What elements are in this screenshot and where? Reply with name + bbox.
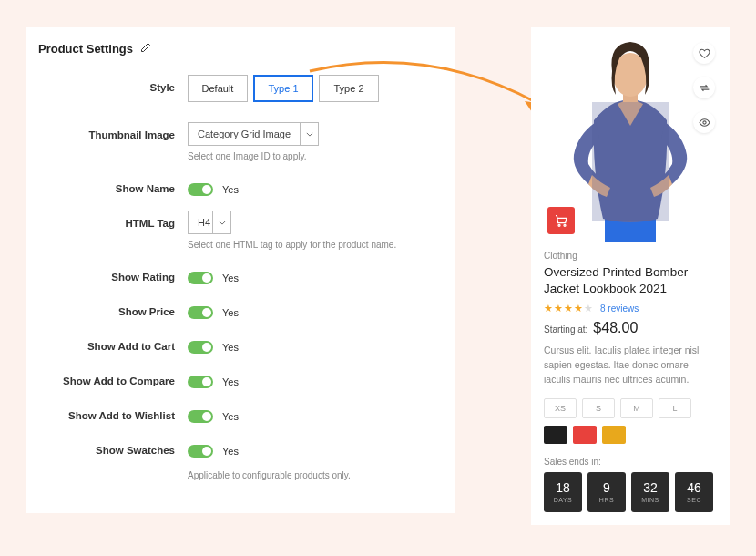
color-swatches: [544, 426, 717, 444]
svg-point-6: [564, 224, 566, 226]
style-option-type2[interactable]: Type 2: [319, 75, 379, 102]
thumbnail-label: Thumbnail Image: [38, 122, 188, 140]
rating-stars: ★ ★ ★ ★ ★: [544, 303, 593, 314]
show-compare-value: Yes: [222, 376, 239, 387]
style-button-group: Default Type 1 Type 2: [188, 75, 435, 102]
html-tag-select[interactable]: H4: [188, 211, 435, 234]
svg-point-4: [702, 120, 705, 123]
product-action-icons: [693, 42, 715, 133]
show-rating-value: Yes: [222, 273, 239, 283]
countdown-hours: 9 HRS: [587, 472, 626, 512]
product-settings-panel: Product Settings Style Default Type 1 Ty…: [26, 27, 455, 513]
star-icon: ★: [574, 303, 583, 314]
show-name-label: Show Name: [38, 176, 188, 194]
star-icon: ★: [564, 303, 573, 314]
countdown-days: 18 DAYS: [544, 472, 582, 512]
show-price-toggle[interactable]: [188, 306, 213, 319]
product-title[interactable]: Oversized Printed Bomber Jacket Lookbook…: [544, 264, 717, 297]
style-label: Style: [38, 75, 188, 93]
panel-header: Product Settings: [38, 40, 435, 57]
countdown-sec: 46 SEC: [675, 472, 713, 512]
size-option[interactable]: S: [582, 398, 615, 418]
panel-title: Product Settings: [38, 42, 133, 56]
html-tag-label: HTML Tag: [38, 211, 188, 229]
show-price-value: Yes: [222, 307, 239, 318]
show-wishlist-label: Show Add to Wishlist: [38, 403, 188, 421]
wishlist-icon[interactable]: [693, 42, 715, 64]
svg-point-5: [558, 224, 560, 226]
product-preview-card: Clothing Oversized Printed Bomber Jacket…: [531, 27, 730, 525]
size-option[interactable]: M: [620, 398, 653, 418]
thumbnail-select[interactable]: Category Grid Image: [188, 122, 435, 146]
color-swatch[interactable]: [602, 426, 626, 444]
star-icon: ★: [544, 303, 553, 314]
show-rating-label: Show Rating: [38, 264, 188, 283]
size-options: XS S M L: [544, 398, 717, 418]
thumbnail-helper: Select one Image ID to apply.: [188, 151, 435, 161]
add-to-cart-button[interactable]: [547, 207, 575, 234]
show-wishlist-value: Yes: [222, 411, 239, 422]
price-label: Starting at:: [544, 324, 587, 335]
reviews-link[interactable]: 8 reviews: [600, 304, 639, 314]
color-swatch[interactable]: [544, 426, 567, 444]
html-tag-helper: Select one HTML tag to apply for the pro…: [188, 240, 435, 250]
size-option[interactable]: XS: [544, 398, 577, 418]
show-swatches-helper: Applicable to configurable products only…: [188, 470, 435, 480]
show-compare-label: Show Add to Compare: [38, 368, 188, 386]
html-tag-value: H4: [188, 211, 213, 234]
show-name-value: Yes: [222, 184, 239, 195]
show-swatches-label: Show Swatches: [38, 438, 188, 456]
style-option-default[interactable]: Default: [188, 75, 248, 102]
chevron-down-icon: [213, 211, 231, 234]
show-wishlist-toggle[interactable]: [188, 410, 213, 423]
compare-icon[interactable]: [693, 77, 715, 98]
countdown-label: Sales ends in:: [544, 457, 717, 467]
product-price: $48.00: [593, 320, 638, 336]
show-cart-toggle[interactable]: [188, 341, 213, 354]
countdown-timer: 18 DAYS 9 HRS 32 MINS 46 SEC: [544, 472, 717, 512]
show-compare-toggle[interactable]: [188, 376, 213, 388]
product-category[interactable]: Clothing: [544, 251, 717, 261]
show-swatches-value: Yes: [222, 446, 239, 457]
quickview-icon[interactable]: [693, 111, 715, 133]
show-cart-label: Show Add to Cart: [38, 334, 188, 352]
show-cart-value: Yes: [222, 342, 239, 353]
show-name-toggle[interactable]: [188, 183, 213, 196]
pencil-icon[interactable]: [140, 40, 151, 57]
star-icon: ★: [554, 303, 563, 314]
product-description: Cursus elit. Iaculis platea integer nisl…: [544, 344, 717, 386]
style-option-type1[interactable]: Type 1: [253, 75, 313, 102]
svg-rect-3: [592, 102, 669, 221]
thumbnail-select-value: Category Grid Image: [188, 122, 301, 146]
star-icon: ★: [584, 303, 593, 314]
product-image: [540, 36, 720, 242]
show-price-label: Show Price: [38, 299, 188, 317]
size-option[interactable]: L: [659, 398, 691, 418]
color-swatch[interactable]: [573, 426, 597, 444]
show-rating-toggle[interactable]: [188, 272, 213, 284]
countdown-mins: 32 MINS: [631, 472, 669, 512]
chevron-down-icon: [301, 122, 319, 146]
show-swatches-toggle[interactable]: [188, 445, 213, 458]
